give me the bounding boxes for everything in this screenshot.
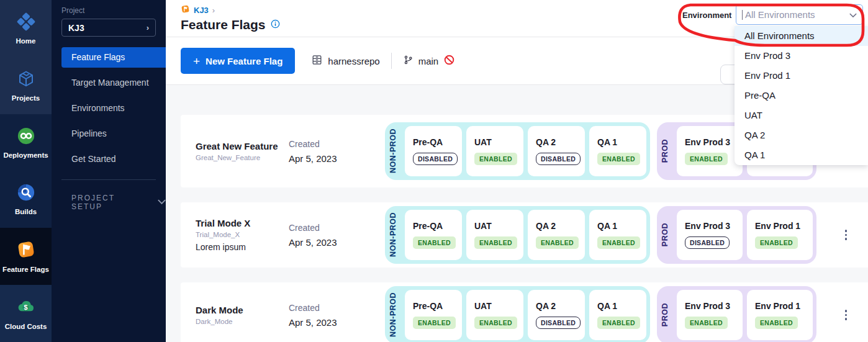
env-status-badge: ENABLED (413, 317, 456, 329)
module-label: Cloud Costs (5, 323, 47, 330)
env-card: QA 1 ENABLED (589, 210, 646, 260)
env-status-badge: ENABLED (413, 236, 456, 249)
project-section-label: Project (61, 6, 166, 15)
env-card: Env Prod 1 ENABLED (747, 210, 813, 260)
page-title: Feature Flags (181, 17, 266, 32)
non-prod-cards: Pre-QA DISABLED UAT ENABLED QA 2 DISABLE… (405, 126, 646, 176)
env-name: QA 2 (536, 137, 585, 147)
non-prod-label: NON-PROD (389, 212, 405, 257)
dropdown-option[interactable]: QA 1 (735, 145, 868, 165)
dropdown-option[interactable]: All Environments (735, 26, 868, 46)
env-name: UAT (474, 301, 523, 311)
prod-label: PROD (661, 303, 677, 326)
home-icon (17, 12, 35, 34)
divider (391, 53, 392, 69)
env-status-badge: ENABLED (685, 153, 728, 165)
flag-row: Dark Mode Dark_Mode Created Apr 5, 2023 … (181, 282, 868, 342)
non-prod-label: NON-PROD (389, 292, 405, 337)
sidebar-item-deployments[interactable]: Deployments (0, 114, 52, 171)
git-branch-icon (403, 55, 414, 67)
created-date: Apr 5, 2023 (289, 237, 385, 248)
env-name: QA 2 (536, 301, 585, 311)
sidebar-item-cloud-costs[interactable]: $ Cloud Costs (0, 285, 52, 342)
prod-cards: Env Prod 3 ENABLED Env Prod 1 ENABLED (677, 290, 813, 340)
new-feature-flag-button[interactable]: + New Feature Flag (181, 48, 295, 74)
env-status-badge: ENABLED (474, 153, 517, 165)
flag-info: Great New Feature Great_New_Feature (196, 141, 289, 161)
sidebar-item-home[interactable]: Home (0, 0, 52, 57)
env-card: Pre-QA ENABLED (405, 290, 462, 340)
cloud-costs-icon: $ (16, 297, 36, 319)
created-label: Created (289, 223, 385, 233)
non-prod-label: NON-PROD (389, 128, 405, 173)
dropdown-option[interactable]: Env Prod 1 (735, 66, 868, 86)
chevron-right-icon: › (147, 23, 149, 32)
flag-identifier: Great_New_Feature (196, 154, 289, 161)
svg-text:$: $ (24, 304, 28, 311)
env-status-badge: ENABLED (755, 236, 798, 249)
dropdown-option[interactable]: Env Prod 3 (735, 46, 868, 66)
breadcrumb-project-link[interactable]: KJ3 (194, 6, 209, 15)
nav-item-feature-flags[interactable]: Feature Flags (61, 47, 166, 68)
flag-name[interactable]: Dark Mode (196, 305, 289, 315)
branch-name: main (418, 56, 439, 66)
env-name: UAT (474, 137, 523, 147)
project-setup-label: PROJECT SETUP (71, 194, 145, 211)
created-label: Created (289, 139, 385, 149)
module-label: Deployments (3, 151, 48, 159)
nav-item-environments[interactable]: Environments (61, 98, 166, 119)
env-name: Env Prod 1 (755, 301, 813, 311)
env-name: QA 1 (597, 137, 646, 147)
dropdown-option[interactable]: Pre-QA (735, 86, 868, 106)
builds-icon (17, 183, 35, 204)
project-name: KJ3 (68, 23, 84, 33)
sidebar-item-projects[interactable]: Projects (0, 57, 52, 114)
non-prod-group: NON-PROD Pre-QA DISABLED UAT ENABLED QA … (385, 122, 650, 180)
sidebar-item-builds[interactable]: Builds (0, 171, 52, 228)
main-content: KJ3 › Feature Flags + New Feature Flag h… (166, 0, 868, 342)
env-status-badge: DISABLED (685, 236, 730, 249)
env-card: QA 2 DISABLED (528, 126, 585, 176)
flag-description: Lorem ipsum (196, 242, 289, 252)
dropdown-option[interactable]: UAT (735, 106, 868, 125)
env-status-badge: DISABLED (413, 153, 458, 165)
env-name: QA 1 (597, 301, 646, 311)
env-card: UAT ENABLED (466, 210, 523, 260)
nav-item-target-management[interactable]: Target Management (61, 73, 166, 93)
env-card: Env Prod 3 DISABLED (677, 210, 743, 260)
prod-cards: Env Prod 3 DISABLED Env Prod 1 ENABLED (677, 210, 813, 260)
info-icon[interactable] (271, 19, 280, 31)
env-name: Env Prod 3 (685, 301, 743, 311)
env-card: Env Prod 3 ENABLED (677, 126, 743, 176)
env-name: QA 2 (536, 221, 585, 231)
sidebar-item-feature-flags[interactable]: Feature Flags (0, 228, 52, 285)
module-label: Home (16, 37, 36, 45)
plus-icon: + (193, 55, 200, 67)
env-card: Pre-QA ENABLED (405, 210, 462, 260)
env-card: QA 1 ENABLED (589, 290, 646, 340)
nav-item-pipelines[interactable]: Pipelines (61, 124, 166, 144)
flag-identifier: Trial_Mode_X (196, 231, 289, 238)
environment-select[interactable]: All Environments (736, 4, 863, 25)
flag-name[interactable]: Trial Mode X (196, 218, 289, 228)
dropdown-option[interactable]: QA 2 (735, 125, 868, 145)
row-menu-button[interactable] (843, 227, 850, 243)
projects-icon (17, 70, 35, 91)
repo-selector[interactable]: harnessrepo (311, 54, 379, 68)
env-name: UAT (474, 221, 523, 231)
row-menu-button[interactable] (843, 307, 850, 323)
project-selector[interactable]: KJ3 › (61, 19, 156, 37)
deployments-icon (17, 127, 35, 148)
branch-selector[interactable]: main (403, 54, 456, 68)
prod-label: PROD (661, 223, 677, 246)
env-status-badge: DISABLED (536, 153, 581, 165)
text-cursor (742, 10, 743, 20)
project-sidebar: Project KJ3 › Feature Flags Target Manag… (52, 0, 166, 342)
prod-label: PROD (661, 139, 677, 163)
project-setup-toggle[interactable]: PROJECT SETUP (71, 194, 166, 211)
env-card: QA 2 DISABLED (528, 290, 585, 340)
created-label: Created (289, 303, 385, 313)
flag-created: Created Apr 5, 2023 (289, 223, 385, 248)
flag-name[interactable]: Great New Feature (196, 141, 289, 151)
nav-item-get-started[interactable]: Get Started (61, 149, 166, 169)
